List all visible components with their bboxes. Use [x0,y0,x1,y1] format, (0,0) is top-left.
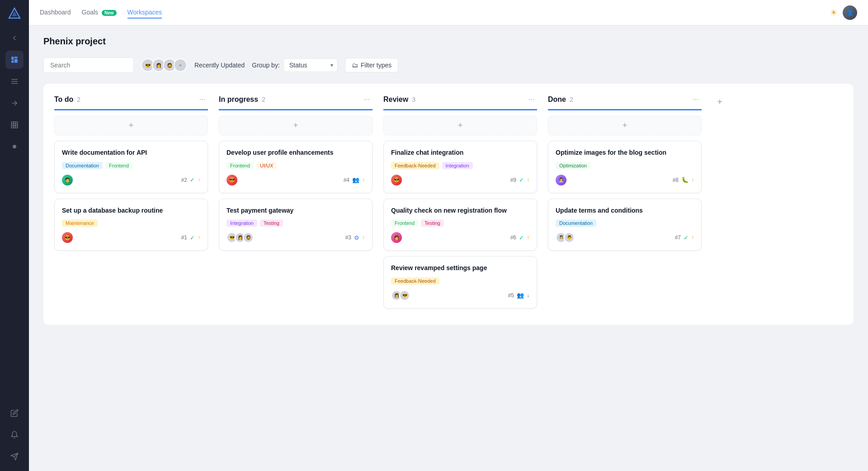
column-menu-review[interactable]: ··· [526,95,537,105]
task-tags-7: Feedback-Needed [391,277,529,285]
task-id-9: #7 [675,234,681,241]
column-count-in-progress: 2 [262,96,265,103]
sidebar [0,0,29,471]
task-assignees-9: 👩‍💼 👨 [556,232,575,243]
task-meta-5: #9 ✓ ↑ [510,176,529,183]
column-review: Review 3 ··· + Finalize chat integration… [383,95,537,314]
task-tags-6: Frontend Testing [391,219,529,227]
task-title-2: Set up a database backup routine [62,206,200,215]
search-input[interactable] [43,57,134,73]
task-card-7[interactable]: Review revamped settings page Feedback-N… [383,256,537,309]
add-task-todo[interactable]: + [54,116,208,135]
column-menu-todo[interactable]: ··· [197,95,208,105]
task-av-4-3: 🧔 [243,232,254,243]
task-priority-icon-6: ↑ [527,234,529,241]
task-card-8[interactable]: Optimize images for the blog section Opt… [548,141,702,193]
tag-integration-4: Integration [226,219,257,227]
sidebar-item-flow[interactable] [5,94,24,112]
column-header-in-progress: In progress 2 ··· [219,95,373,110]
task-card-1[interactable]: Write documentation for API Documentatio… [54,141,208,193]
add-task-review[interactable]: + [383,116,537,135]
nav-dashboard[interactable]: Dashboard [40,7,71,19]
task-assignee-1: 🧑 [62,175,73,186]
task-meta-6: #6 ✓ ↑ [510,234,529,241]
sidebar-item-collapse[interactable] [5,29,24,47]
task-id-4: #3 [345,234,351,241]
tag-frontend-3: Frontend [226,162,254,169]
column-header-done: Done 2 ··· [548,95,702,110]
column-in-progress: In progress 2 ··· + Develop user profile… [219,95,373,256]
sidebar-item-board[interactable] [5,51,24,69]
task-meta-2: #1 ✓ ↑ [181,234,200,241]
column-menu-in-progress[interactable]: ··· [361,95,373,105]
task-card-6[interactable]: Quality check on new registration flow F… [383,199,537,251]
task-av-9-2: 👨 [564,232,575,243]
task-id-3: #4 [344,177,349,183]
task-status-icon-5: ✓ [519,176,524,183]
task-card-3[interactable]: Develop user profile enhancements Fronte… [219,141,373,193]
sidebar-item-list[interactable] [5,72,24,90]
column-title-in-progress: In progress [219,95,258,104]
task-priority-icon-4: ↑ [362,234,365,241]
filter-types-button[interactable]: 🗂 Filter types [345,58,398,72]
task-id-6: #6 [510,234,516,241]
task-footer-9: 👩‍💼 👨 #7 ✓ ↑ [556,232,694,243]
task-status-icon-2: ✓ [190,234,195,241]
tag-maintenance: Maintenance [62,219,98,227]
task-tags-4: Integration Testing [226,219,365,227]
column-menu-done[interactable]: ··· [690,95,702,105]
task-card-5[interactable]: Finalize chat integration Feedback-Neede… [383,141,537,193]
add-task-in-progress[interactable]: + [219,116,373,135]
task-tags-1: Documentation Frontend [62,162,200,169]
task-title-9: Update terms and conditions [556,206,694,215]
task-assignee-8: 👩‍💼 [556,175,566,186]
column-title-done: Done [548,95,566,104]
task-footer-3: 😎 #4 👥 ↑ [226,175,365,186]
sidebar-item-dot[interactable] [5,138,24,156]
task-assignee-5: 😎 [391,175,402,186]
task-priority-icon-3: ↑ [362,177,365,183]
task-assignee-3: 😎 [226,175,237,186]
column-count-review: 3 [412,96,415,103]
members-avatars[interactable]: 😎 👩 🧔 + [141,58,187,72]
group-by-label: Group by: [252,62,279,69]
task-id-5: #9 [510,177,516,183]
task-status-icon-7: 👥 [517,292,524,299]
task-footer-5: 😎 #9 ✓ ↑ [391,175,529,186]
tag-testing-6: Testing [421,219,444,227]
nav-goals[interactable]: Goals New [82,7,117,19]
task-id-8: #8 [673,177,679,183]
sidebar-item-send[interactable] [5,447,24,466]
task-card-9[interactable]: Update terms and conditions Documentatio… [548,199,702,251]
recently-updated-filter[interactable]: Recently Updated [194,62,245,69]
group-by-control: Group by: Status Priority Assignee [252,58,337,72]
column-title-review: Review [383,95,408,104]
app-logo[interactable] [6,5,23,22]
group-by-select[interactable]: Status Priority Assignee [283,58,338,72]
topnav-right: ☀ 👤 [830,5,857,20]
task-card-2[interactable]: Set up a database backup routine Mainten… [54,199,208,251]
theme-toggle-icon[interactable]: ☀ [830,8,837,18]
tag-testing-4: Testing [260,219,283,227]
task-tags-2: Maintenance [62,219,200,227]
sidebar-item-alert[interactable] [5,426,24,444]
add-task-done[interactable]: + [548,116,702,135]
column-todo: To do 2 ··· + Write documentation for AP… [54,95,208,256]
sidebar-item-table[interactable] [5,116,24,134]
task-status-icon-9: ✓ [684,234,689,241]
sidebar-item-edit[interactable] [5,404,24,422]
tag-feedback-5: Feedback-Needed [391,162,439,169]
add-column-button[interactable]: + [712,95,727,109]
svg-rect-2 [11,57,14,60]
task-footer-1: 🧑 #2 ✓ ↑ [62,175,200,186]
column-title-area-review: Review 3 [383,95,415,104]
nav-workspaces[interactable]: Workspaces [127,7,162,19]
goals-badge: New [102,10,117,16]
task-card-4[interactable]: Test payment gateway Integration Testing… [219,199,373,251]
member-avatar-add[interactable]: + [174,58,187,72]
column-done: Done 2 ··· + Optimize images for the blo… [548,95,702,256]
tag-uiux-3: UI/UX [256,162,277,169]
task-title-4: Test payment gateway [226,206,365,215]
task-meta-1: #2 ✓ ↑ [181,176,200,183]
user-avatar[interactable]: 👤 [843,5,857,20]
